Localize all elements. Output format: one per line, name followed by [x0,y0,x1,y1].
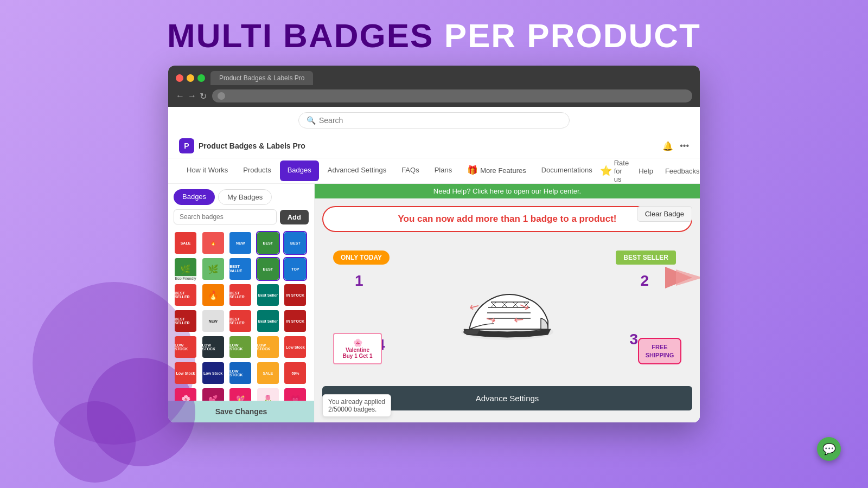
badge-only-today: ONLY TODAY [333,251,390,265]
badge-item[interactable]: Low Stock [201,361,225,385]
badge-item[interactable]: 🌸 [174,387,197,401]
badge-item[interactable]: TOP [283,257,307,281]
nav-tabs-right: ⭐ Rate for us Help Feedbacks [600,159,700,183]
badge-item[interactable]: IN STOCK [283,283,307,307]
badge-item[interactable]: 🔥 [201,231,225,255]
nav-tabs-left: How it Works Products Badges Advanced Se… [179,158,600,183]
traffic-light-maximize[interactable] [197,74,205,82]
tab-badges[interactable]: Badges [280,160,319,181]
badge-search-row: Add [168,205,314,229]
help-banner[interactable]: Need Help? Click here to open our Help c… [315,184,700,198]
badge-item-selected-2[interactable]: BEST [283,231,307,255]
add-button[interactable]: Add [280,210,309,224]
more-icon[interactable]: ••• [680,141,689,151]
badge-item[interactable]: Best Seller [256,283,280,307]
sidebar-tab-my-badges[interactable]: My Badges [218,189,272,205]
tab-more-features[interactable]: 🎁More Features [459,159,534,182]
applied-notice: You already applied 2/50000 badges. [322,394,391,417]
badge-item[interactable]: 69% [283,361,307,385]
browser-chrome: Product Badges & Labels Pro ← → ↻ [168,66,700,107]
search-input-wrapper: 🔍 [298,112,570,129]
shoe-container: ↙ ↘ ↙ ↘ [420,251,594,370]
badge-item[interactable]: Low Stock [283,335,307,359]
tab-how-it-works[interactable]: How it Works [179,160,235,181]
clear-badge-button[interactable]: Clear Badge [637,206,692,222]
traffic-lights [176,74,205,82]
svg-marker-10 [676,269,700,286]
tab-advanced-settings[interactable]: Advanced Settings [320,160,394,181]
badge-item-selected[interactable]: BEST [256,231,280,255]
badge-item[interactable]: 🌿 Eco Friendly [174,257,197,281]
tab-products[interactable]: Products [235,160,278,181]
badge-item[interactable]: 💖 [228,387,252,401]
traffic-light-close[interactable] [176,74,183,82]
tab-help[interactable]: Help [636,162,655,181]
main-layout: Badges My Badges Add SALE 🔥 NEW BEST BES… [168,184,700,422]
nav-tabs: How it Works Products Badges Advanced Se… [168,158,700,184]
badge-item[interactable]: LOW STOCK [201,335,225,359]
search-icon: 🔍 [307,116,316,125]
app-content: 🔍 P Product Badges & Labels Pro 🔔 ••• Ho… [168,107,700,422]
tab-rate-us[interactable]: ⭐ Rate for us [600,159,629,183]
badge-item[interactable]: NEW [228,231,252,255]
app-brand: P Product Badges & Labels Pro [179,138,305,153]
rate-label: Rate for us [614,159,629,183]
traffic-light-minimize[interactable] [187,74,194,82]
badge-free-shipping: FREE SHIPPING [638,338,681,364]
logo-letter: P [184,142,189,150]
more-features-icon: 🎁 [467,165,478,175]
tab-faqs[interactable]: FAQs [394,160,427,181]
badge-item[interactable]: LOW STOCK [228,361,252,385]
badge-item[interactable]: LOW STOCK [228,335,252,359]
back-button[interactable]: ← [176,91,184,101]
title-purple: MULTI BADGES [167,17,433,54]
badge-item[interactable]: BEST [256,257,280,281]
badge-item[interactable]: SALE [174,231,197,255]
refresh-button[interactable]: ↻ [200,91,207,101]
badge-item[interactable]: Best Seller [256,309,280,333]
app-header: P Product Badges & Labels Pro 🔔 ••• [168,134,700,158]
num-label-1: 1 [355,272,363,290]
badge-item[interactable]: 🔥 [201,283,225,307]
free-shipping-line1: FREE [644,343,675,351]
badge-item[interactable]: BEST SELLER [174,309,197,333]
badge-search-input[interactable] [174,209,277,224]
tab-feedbacks[interactable]: Feedbacks [663,162,700,181]
right-main: Need Help? Click here to open our Help c… [315,184,700,422]
num-label-2: 2 [640,272,649,290]
app-name: Product Badges & Labels Pro [199,142,305,150]
nav-buttons: ← → ↻ [176,91,207,101]
badge-item[interactable]: BEST SELLER [228,309,252,333]
product-area: ONLY TODAY BEST SELLER 1 2 ↙ ↘ ↙ [322,240,692,381]
badge-item[interactable]: Low Stock [174,361,197,385]
badge-valentine: 🌸 Valentine Buy 1 Get 1 [333,333,382,364]
bg-circle-3 [54,401,136,483]
browser-tab[interactable]: Product Badges & Labels Pro [210,71,313,85]
badge-item[interactable]: SALE [256,361,280,385]
tab-plans[interactable]: Plans [427,160,460,181]
address-bar[interactable] [212,89,692,102]
content-area: Clear Badge You can now add more than 1 … [315,198,700,422]
badge-item[interactable]: 🌷 [256,387,280,401]
search-input[interactable] [319,116,561,125]
search-bar-row: 🔍 [168,107,700,134]
sidebar-tab-row: Badges My Badges [168,184,314,205]
badge-item[interactable]: BEST SELLER [228,283,252,307]
forward-button[interactable]: → [188,91,196,101]
star-icon: ⭐ [600,165,612,177]
badge-item[interactable]: LOW STOCK [256,335,280,359]
notification-icon[interactable]: 🔔 [662,141,673,151]
sidebar-tab-badges[interactable]: Badges [174,189,215,205]
heart-icon: 🌸 [340,338,375,347]
badge-item[interactable]: NEW [201,309,225,333]
badge-item[interactable]: LOW STOCK [174,335,197,359]
badge-item[interactable]: BEST SELLER [174,283,197,307]
badge-item[interactable]: BEST VALUE [228,257,252,281]
chat-button[interactable]: 💬 [817,437,841,461]
chat-icon: 💬 [822,442,836,455]
badge-item[interactable]: 💕 [201,387,225,401]
badge-item[interactable]: 🌿 [201,257,225,281]
badge-item[interactable]: 💗 [283,387,307,401]
badge-item[interactable]: IN STOCK [283,309,307,333]
tab-documentations[interactable]: Documentations [534,160,600,181]
